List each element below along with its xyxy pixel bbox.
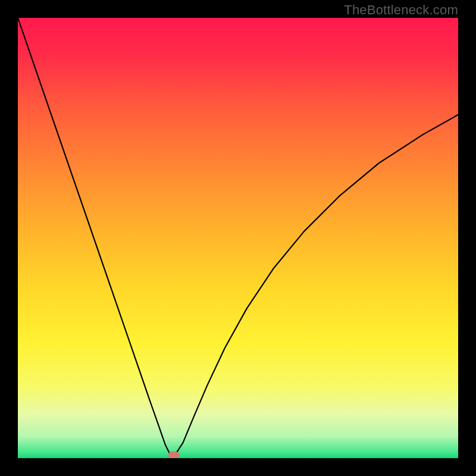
bottleneck-chart [18,18,458,458]
chart-frame [18,18,458,458]
gradient-background [18,18,458,458]
watermark-text: TheBottleneck.com [344,2,458,18]
